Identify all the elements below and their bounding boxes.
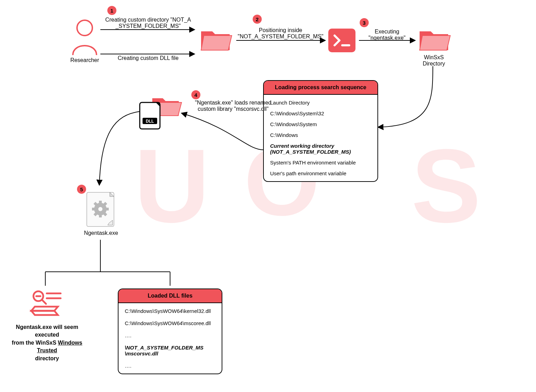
researcher-label: Researcher <box>68 57 101 63</box>
researcher-icon <box>68 17 101 58</box>
edge-create-dir: Creating custom directory "NOT_A _SYSTEM… <box>105 17 192 29</box>
edge-create-dir-line1: Creating custom directory "NOT_A <box>105 17 192 23</box>
result-line2: from the WinSxS Windows Trusted <box>5 339 89 355</box>
search-item-5: System's PATH environment variable <box>270 160 371 166</box>
result-text: Ngentask.exe will seem executed from the… <box>5 323 89 362</box>
search-sequence-title: Loading process search sequence <box>264 81 377 95</box>
step-badge-2: 2 <box>253 15 262 24</box>
edge-positioning: Positioning inside "NOT_A_SYSTEM_FOLDER_… <box>237 27 324 40</box>
svg-point-16 <box>98 207 102 211</box>
edge-executing-line2: "ngentask.exe" <box>360 35 414 41</box>
search-sequence-body: Launch Directory C:\Windows\System\32 C:… <box>264 95 377 181</box>
edge-load-lib-line1: "Ngentask.exe" loads renamed <box>191 100 275 106</box>
loaded-dll-title: Loaded DLL files <box>118 289 222 303</box>
search-item-2: C:\Windows\System <box>270 121 371 127</box>
loaded-item-0: C:\Windows\SysWOW64\kernel32.dll <box>125 308 215 314</box>
winsxs-folder-icon <box>418 25 451 54</box>
terminal-icon <box>328 28 356 54</box>
result-line1: Ngentask.exe will seem executed <box>5 323 89 339</box>
search-item-6: User's path environment variable <box>270 170 371 176</box>
folder-icon-1 <box>200 25 233 54</box>
ngentask-exe-icon <box>85 191 115 229</box>
loaded-item-2: …. <box>125 332 215 338</box>
edge-executing-line1: Executing <box>360 29 414 35</box>
svg-rect-20 <box>105 208 109 210</box>
step-badge-5: 5 <box>77 185 86 194</box>
edge-executing: Executing "ngentask.exe" <box>360 29 414 41</box>
edge-create-dll: Creating custom DLL file <box>105 55 192 61</box>
result-line3: directory <box>5 355 89 362</box>
watermark-u: U <box>134 125 213 246</box>
ngentask-label: Ngentask.exe <box>78 230 124 236</box>
search-sequence-panel: Loading process search sequence Launch D… <box>263 80 378 182</box>
loaded-item-3: \NOT_A_SYSTEM_FOLDER_MS \mscorsvc.dll <box>125 345 215 356</box>
dll-folder-combo: DLL <box>138 93 183 133</box>
loaded-dll-body: C:\Windows\SysWOW64\kernel32.dll C:\Wind… <box>118 303 222 374</box>
svg-rect-11 <box>140 102 160 129</box>
edge-positioning-line2: "NOT_A_SYSTEM_FOLDER_MS" <box>237 33 324 40</box>
winsxs-label: WinSxS Directory <box>416 54 451 67</box>
loaded-dll-panel: Loaded DLL files C:\Windows\SysWOW64\ker… <box>118 289 222 374</box>
search-item-1: C:\Windows\System\32 <box>270 110 371 116</box>
edge-load-lib: "Ngentask.exe" loads renamed custom libr… <box>191 100 275 112</box>
svg-rect-17 <box>99 201 102 204</box>
svg-rect-9 <box>328 29 355 52</box>
loaded-item-4: …. <box>125 363 215 369</box>
step-badge-1: 1 <box>107 6 116 15</box>
svg-rect-18 <box>99 214 102 217</box>
svg-line-27 <box>42 300 46 304</box>
edge-load-lib-line2: custom library "mscorsvc.dll" <box>191 106 275 112</box>
edge-create-dir-line2: _SYSTEM_FOLDER_MS" <box>105 23 192 29</box>
watermark-s: S <box>411 125 484 246</box>
result-line2-pre: from the WinSxS <box>12 340 58 346</box>
step-badge-3: 3 <box>360 18 369 27</box>
scan-icon <box>29 289 63 322</box>
search-item-4: Current working directory (NOT_A_SYSTEM_… <box>270 143 371 155</box>
step-badge-4: 4 <box>191 90 200 99</box>
svg-rect-19 <box>92 208 95 210</box>
svg-point-8 <box>77 20 92 36</box>
svg-text:DLL: DLL <box>146 119 154 124</box>
edge-positioning-line1: Positioning inside <box>237 27 324 33</box>
loaded-item-1: C:\Windows\SysWOW64\mscoree.dll <box>125 320 215 326</box>
search-item-0: Launch Directory <box>270 100 371 106</box>
search-item-3: C:\Windows <box>270 132 371 138</box>
